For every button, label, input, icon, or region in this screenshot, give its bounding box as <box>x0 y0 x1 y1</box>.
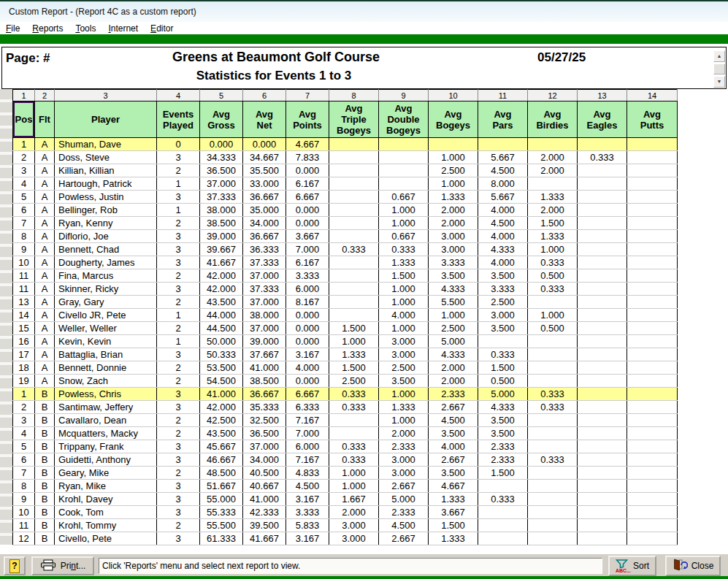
cell <box>528 296 578 309</box>
column-number: 9 <box>379 90 429 101</box>
column-header-avg-triple-bogeys[interactable]: Avg Triple Bogeys <box>329 101 379 138</box>
cell <box>429 138 478 151</box>
table-row[interactable]: 14ACivello JR, Pete144.00038.0000.0004.0… <box>13 309 678 322</box>
cell: 4.500 <box>478 217 528 230</box>
table-row[interactable]: 11BKrohl, Tommy255.50039.5005.8333.0004.… <box>13 519 678 532</box>
table-row[interactable]: 19ASnow, Zach254.50038.5000.0002.5003.50… <box>13 375 678 388</box>
cell: 0.500 <box>528 269 578 283</box>
column-number: 1 <box>13 90 35 101</box>
scroll-down-icon[interactable]: ▼ <box>713 76 725 88</box>
cell: 0.000 <box>286 309 329 322</box>
table-row[interactable]: 9BKrohl, Davey355.00041.0003.1671.6675.0… <box>13 493 678 506</box>
cell: 1.333 <box>429 532 478 545</box>
menu-item-file[interactable]: File <box>6 23 32 34</box>
cell <box>578 191 627 204</box>
cell <box>627 204 678 217</box>
menu-item-editor[interactable]: Editor <box>150 23 185 34</box>
cell: 37.333 <box>200 191 243 204</box>
table-row[interactable]: 3BCavallaro, Dean242.50032.5007.1671.000… <box>13 414 678 427</box>
cell: 42.000 <box>200 269 243 283</box>
table-row[interactable]: 12BCivello, Pete361.33341.6673.1673.0002… <box>13 532 678 545</box>
table-row[interactable]: 8BRyan, Mike351.66740.6674.5001.0002.667… <box>13 480 678 493</box>
cell: 1.333 <box>429 191 478 204</box>
table-row[interactable]: 7BGeary, Mike248.50040.5004.8331.0003.00… <box>13 467 678 480</box>
menu-item-tools[interactable]: Tools <box>75 23 108 34</box>
column-header-flt[interactable]: Flt <box>35 101 55 138</box>
menu-item-internet[interactable]: Internet <box>108 23 150 34</box>
table-row[interactable]: 18ABennett, Donnie253.50041.0004.0001.50… <box>13 361 678 375</box>
cell: 1 <box>157 204 200 217</box>
cell <box>578 204 627 217</box>
table-row[interactable]: 1BPowless, Chris341.00036.6676.6670.3331… <box>13 388 678 401</box>
cell <box>627 283 678 296</box>
cell: 2 <box>157 164 200 177</box>
cell: 3.500 <box>429 467 478 480</box>
column-header-avg-pars[interactable]: Avg Pars <box>478 101 528 138</box>
table-row[interactable]: 15AWeller, Weller244.50037.0000.0001.500… <box>13 322 678 335</box>
table-row[interactable]: 11AFina, Marcus242.00037.0003.3331.5003.… <box>13 269 678 283</box>
menu-item-reports[interactable]: Reports <box>32 23 75 34</box>
sort-button[interactable]: ABC... Sort <box>608 556 656 576</box>
cell: 50.000 <box>200 335 243 348</box>
column-header-avg-points[interactable]: Avg Points <box>286 101 329 138</box>
close-button[interactable]: Close <box>665 556 721 576</box>
cell: 2.000 <box>528 164 578 177</box>
cell: 14 <box>13 309 35 322</box>
table-row[interactable]: 1AShuman, Dave00.0000.0004.667 <box>13 138 678 151</box>
header-scrollbar[interactable]: ▲ ▼ <box>713 50 725 88</box>
print-button[interactable]: Print... <box>31 556 94 575</box>
cell: 4.333 <box>429 348 478 361</box>
scroll-up-icon[interactable]: ▲ <box>713 50 725 62</box>
table-row[interactable]: 4AHartough, Patrick137.00033.0006.1671.0… <box>13 177 678 191</box>
cell <box>528 335 578 348</box>
table-row[interactable]: 4BMcquatters, Macky243.50036.5007.0002.0… <box>13 427 678 440</box>
column-header-avg-bogeys[interactable]: Avg Bogeys <box>429 101 478 138</box>
help-button[interactable]: ? <box>4 556 26 575</box>
column-header-avg-gross[interactable]: Avg Gross <box>200 101 243 138</box>
cell: Weller, Weller <box>55 322 157 335</box>
column-number: 3 <box>55 90 157 101</box>
cell <box>578 296 627 309</box>
table-row[interactable]: 7ARyan, Kenny238.50034.0000.0001.0002.00… <box>13 217 678 230</box>
table-row[interactable]: 10ADougherty, James341.66737.3336.1671.3… <box>13 256 678 269</box>
table-row[interactable]: 5BTrippany, Frank345.66737.0006.0000.333… <box>13 440 678 453</box>
cell: 35.000 <box>243 204 286 217</box>
table-row[interactable]: 9ABennett, Chad339.66736.3337.0000.3330.… <box>13 243 678 256</box>
table-row[interactable]: 13AGray, Gary243.50037.0008.1671.0005.50… <box>13 296 678 309</box>
column-header-avg-birdies[interactable]: Avg Birdies <box>528 101 578 138</box>
cell <box>478 506 528 519</box>
column-header-avg-putts[interactable]: Avg Putts <box>627 101 678 138</box>
cell <box>478 335 528 348</box>
cell: B <box>35 401 55 414</box>
title-bar: Custom Report - (Report 4C as a custom r… <box>0 1 728 22</box>
table-row[interactable]: 11ASkinner, Ricky342.00037.3336.0001.000… <box>13 283 678 296</box>
column-header-avg-eagles[interactable]: Avg Eagles <box>578 101 627 138</box>
cell: 6 <box>13 204 35 217</box>
table-row[interactable]: 2ADoss, Steve334.33334.6677.8331.0005.66… <box>13 151 678 164</box>
cell: A <box>35 138 55 151</box>
table-row[interactable]: 6ABellinger, Rob138.00035.0000.0001.0002… <box>13 204 678 217</box>
table-row[interactable]: 8ADiflorio, Joe339.00036.6673.6670.6673.… <box>13 230 678 243</box>
cell: 2.000 <box>429 361 478 375</box>
table-row[interactable]: 16AKevin, Kevin150.00039.0000.0001.0003.… <box>13 335 678 348</box>
table-row[interactable]: 3AKillian, Killian236.50035.5000.0002.50… <box>13 164 678 177</box>
cell <box>329 164 379 177</box>
cell <box>329 138 379 151</box>
cell: A <box>35 164 55 177</box>
column-header-pos[interactable]: Pos <box>13 101 35 138</box>
cell: 3.000 <box>379 453 429 467</box>
cell: B <box>35 467 55 480</box>
table-row[interactable]: 5APowless, Justin337.33336.6676.6670.667… <box>13 191 678 204</box>
table-row[interactable]: 6BGuidetti, Anthony346.66734.0007.1670.3… <box>13 453 678 467</box>
column-header-avg-double-bogeys[interactable]: Avg Double Bogeys <box>379 101 429 138</box>
column-header-events-played[interactable]: Events Played <box>157 101 200 138</box>
table-row[interactable]: 17ABattaglia, Brian350.33337.6673.1671.3… <box>13 348 678 361</box>
column-header-avg-net[interactable]: Avg Net <box>243 101 286 138</box>
cell <box>528 532 578 545</box>
cell: 2.333 <box>379 506 429 519</box>
table-row[interactable]: 2BSantimaw, Jeffery342.00035.3336.3330.3… <box>13 401 678 414</box>
cell: 1.667 <box>329 493 379 506</box>
scrollbar-thumb[interactable] <box>713 64 725 74</box>
column-header-player[interactable]: Player <box>55 101 157 138</box>
table-row[interactable]: 10BCook, Tom355.33342.3333.3332.0002.333… <box>13 506 678 519</box>
